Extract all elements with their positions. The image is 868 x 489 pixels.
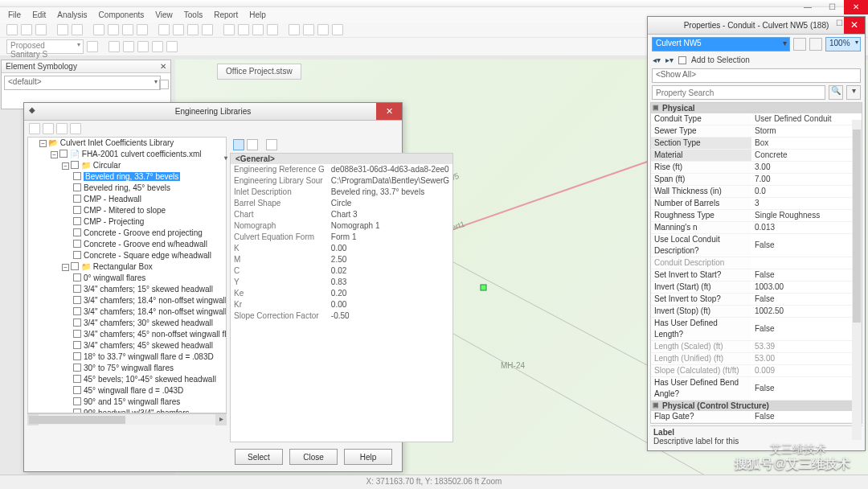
propview-expand-icon[interactable] <box>266 139 277 150</box>
property-search-input[interactable] <box>652 85 825 100</box>
prop-row[interactable]: Has Start Control Structure?False <box>651 423 862 425</box>
win-min[interactable]: — <box>796 0 820 14</box>
zoom-combo[interactable]: 100% <box>825 37 861 51</box>
tree-item[interactable]: 3/4" chamfers; 45° non-offset wingwall f… <box>28 329 226 340</box>
prop-row[interactable]: Flap Gate?False <box>651 411 862 423</box>
new-icon[interactable] <box>6 24 18 35</box>
layers-icon[interactable] <box>289 24 300 35</box>
tree-item[interactable]: CMP - Headwall <box>28 194 226 205</box>
eng-tree[interactable]: −📂 Culvert Inlet Coefficients Library −📄… <box>27 137 227 413</box>
tree-item[interactable]: Concrete - Groove end w/headwall <box>28 239 226 250</box>
add-to-selection-checkbox[interactable] <box>678 56 686 64</box>
tree-item[interactable]: 90° headwall w/3/4" chamfers <box>28 408 226 413</box>
menu-help[interactable]: Help <box>249 10 266 19</box>
scenario-manage-icon[interactable] <box>87 41 98 52</box>
prop-row[interactable]: Has User Defined Bend Angle?False <box>651 377 862 401</box>
prop-max-icon[interactable]: ☐ <box>836 18 843 27</box>
undo-icon[interactable] <box>57 24 68 35</box>
zoom-icon[interactable] <box>122 24 133 35</box>
prop-row[interactable]: Span (ft)7.00 <box>651 174 862 186</box>
win-max[interactable]: ☐ <box>820 0 844 14</box>
prop-row[interactable]: Wall Thickness (in)0.0 <box>651 186 862 198</box>
prop-row[interactable]: Conduit TypeUser Defined Conduit <box>651 113 862 125</box>
symbology-combo[interactable]: <default> <box>4 76 161 90</box>
open-icon[interactable] <box>21 24 32 35</box>
select-in-view-icon[interactable] <box>809 38 822 51</box>
eng-close-button[interactable]: ✕ <box>376 103 402 120</box>
search-menu-icon[interactable]: ▾ <box>846 85 861 100</box>
prop-row[interactable]: Manning's n0.013 <box>651 222 862 234</box>
annotation-icon[interactable] <box>317 24 329 35</box>
select-icon[interactable] <box>93 24 104 35</box>
tree-item[interactable]: Beveled ring, 45° bevels <box>28 183 226 194</box>
prop-row[interactable]: Set Invert to Start?False <box>651 269 862 281</box>
validate-icon[interactable] <box>238 24 249 35</box>
general-category[interactable]: <General> <box>231 154 452 164</box>
tree-item[interactable]: Concrete - Square edge w/headwall <box>28 250 226 261</box>
prev-icon[interactable]: ◂▾ <box>653 55 661 64</box>
background-icon[interactable] <box>303 24 314 35</box>
prop-row[interactable]: Number of Barrels3 <box>651 198 862 210</box>
tree-item[interactable]: 3/4" chamfers; 15° skewed headwall <box>28 284 226 295</box>
menu-view[interactable]: View <box>155 10 173 19</box>
eng-copy-icon[interactable] <box>70 123 81 134</box>
prop-row[interactable]: Set Invert to Stop?False <box>651 294 862 306</box>
alphabetical-icon[interactable] <box>247 139 258 150</box>
properties-icon[interactable] <box>158 24 170 35</box>
element-selector[interactable]: Culvert NW5 <box>652 37 790 51</box>
pump-icon[interactable] <box>166 41 178 52</box>
gutter-icon[interactable] <box>152 41 163 52</box>
menu-components[interactable]: Components <box>99 10 145 19</box>
menu-analysis[interactable]: Analysis <box>57 10 87 19</box>
conduit-icon[interactable] <box>123 41 134 52</box>
scenarios-icon[interactable] <box>252 24 264 35</box>
tree-item[interactable]: 3/4" chamfers; 45° skewed headwall <box>28 340 226 351</box>
tree-item[interactable]: 0° wingwall flares <box>28 273 226 284</box>
prop-row[interactable]: Use Local Conduit Description?False <box>651 234 862 257</box>
tools-icon[interactable] <box>332 24 343 35</box>
prop-group[interactable]: Physical <box>651 103 862 113</box>
menu-report[interactable]: Report <box>214 10 238 19</box>
tree-item[interactable]: CMP - Mitered to slope <box>28 205 226 216</box>
save-icon[interactable] <box>35 24 47 35</box>
panel-close-icon[interactable]: ✕ <box>160 62 166 71</box>
catchbox-icon[interactable] <box>108 41 120 52</box>
graphs-icon[interactable] <box>187 24 199 35</box>
win-close[interactable]: ✕ <box>844 0 868 14</box>
prop-row[interactable]: Rise (ft)3.00 <box>651 162 862 174</box>
eng-property-grid[interactable]: <General> Engineering Reference Gde088e3… <box>230 153 453 442</box>
tree-item[interactable]: Concrete - Groove end projecting <box>28 228 226 239</box>
prop-row[interactable]: Slope (Calculated) (ft/ft)0.009 <box>651 365 862 377</box>
eng-delete-icon[interactable] <box>56 123 68 134</box>
search-icon[interactable]: 🔍 <box>829 85 843 100</box>
tree-item[interactable]: 3/4" chamfers; 18.4° non-offset wingwall… <box>28 306 226 318</box>
menu-edit[interactable]: Edit <box>32 10 46 19</box>
channel-icon[interactable] <box>137 41 149 52</box>
menu-tools[interactable]: Tools <box>184 10 203 19</box>
scenario-select[interactable]: Proposed Sanitary S <box>6 39 84 54</box>
tree-item[interactable]: 45° wingwall flare d = .043D <box>28 385 226 397</box>
tree-item[interactable]: 90° and 15° wingwall flares <box>28 397 226 408</box>
tree-item[interactable]: CMP - Projecting <box>28 216 226 228</box>
prop-row[interactable]: Roughness TypeSingle Roughness <box>651 210 862 222</box>
tree-item[interactable]: 3/4" chamfers; 18.4° non-offset wingwall… <box>28 295 226 306</box>
prop-row[interactable]: Length (Unified) (ft)53.00 <box>651 353 862 365</box>
redo-icon[interactable] <box>72 24 83 35</box>
prop-group[interactable]: Physical (Control Structure) <box>651 401 862 411</box>
prop-row[interactable]: Length (Scaled) (ft)53.39 <box>651 341 862 353</box>
properties-vscroll[interactable] <box>852 120 862 440</box>
flextables-icon[interactable] <box>173 24 184 35</box>
restore-icon[interactable] <box>159 80 169 89</box>
properties-grid[interactable]: PhysicalConduit TypeUser Defined Conduit… <box>650 102 862 424</box>
tree-item[interactable]: 3/4" chamfers; 30° skewed headwall <box>28 318 226 329</box>
profiles-icon[interactable] <box>202 24 213 35</box>
prop-row[interactable]: Invert (Start) (ft)1003.00 <box>651 281 862 294</box>
help-button[interactable]: Help <box>344 449 392 465</box>
prop-close-button[interactable]: ✕ <box>844 17 865 34</box>
compute-icon[interactable] <box>223 24 235 35</box>
tree-item[interactable]: 30° to 75° wingwall flares <box>28 363 226 374</box>
pan-icon[interactable] <box>108 24 119 35</box>
prop-row[interactable]: Section TypeBox <box>651 138 862 150</box>
next-icon[interactable]: ▸▾ <box>665 55 674 64</box>
show-filter[interactable]: <Show All> <box>652 68 861 83</box>
